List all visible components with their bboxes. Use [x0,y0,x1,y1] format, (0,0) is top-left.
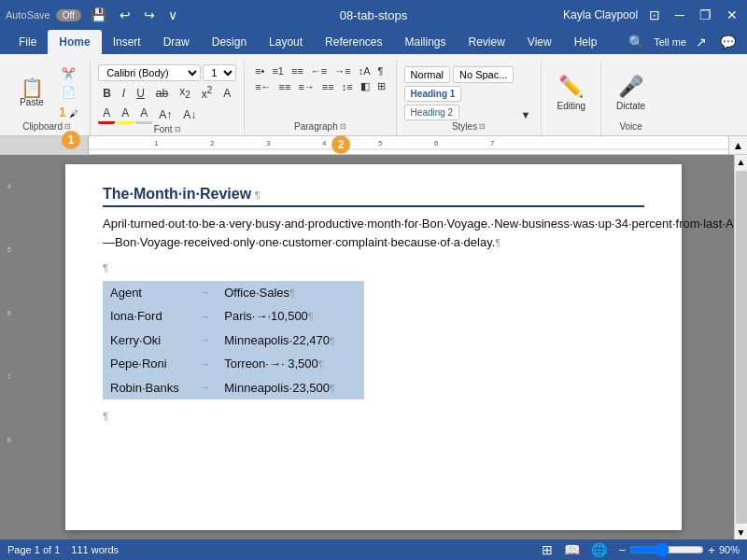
tab-draw[interactable]: Draw [152,30,201,54]
decrease-font-button[interactable]: A↓ [178,106,201,123]
tab-design[interactable]: Design [201,30,258,54]
font-row-2: B I U ab x2 x2 A [98,83,236,103]
tab-home[interactable]: Home [48,30,101,54]
vertical-scrollbar[interactable]: ▲ ▼ [734,155,747,539]
align-right-button[interactable]: ≡→ [295,79,317,93]
editing-button[interactable]: ✏️ Editing [549,71,593,115]
share-button[interactable]: ↗ [692,33,711,51]
doc-title-container: The·Month·in·Review ¶ [103,183,644,207]
clipboard-sub-buttons: ✂️ 📄 1 🖌 [54,65,82,121]
show-marks-button[interactable]: ¶ [375,64,387,77]
layout-view-button[interactable]: ⊞ [542,542,553,557]
autosave-label: AutoSave [6,9,50,21]
tab-layout[interactable]: Layout [258,30,314,54]
table-row-1: Iona·Ford → Paris·→·10,500¶ [103,304,364,329]
italic-button[interactable]: I [118,85,130,102]
bullets-button[interactable]: ≡• [252,64,267,77]
font-row-1: Calibri (Body) 11 [98,64,236,81]
tab-references[interactable]: References [314,30,393,54]
tab-view[interactable]: View [516,30,563,54]
font-group-content: Calibri (Body) 11 B I U ab x2 x2 A [98,61,236,124]
ruler-label-4: 4 [322,139,326,147]
clear-formatting-button[interactable]: A [218,85,235,102]
align-center-button[interactable]: ≡≡ [276,79,294,93]
font-group: Calibri (Body) 11 B I U ab x2 x2 A [91,61,245,135]
paste-button[interactable]: 📋 Paste [11,77,52,109]
font-section: Calibri (Body) 11 B I U ab x2 x2 A [98,64,236,124]
shading-button[interactable]: ◧ [358,79,373,93]
style-normal[interactable]: Normal [404,66,450,83]
scroll-thumb[interactable] [736,171,747,524]
autosave-toggle[interactable]: Off [56,9,81,21]
sort-button[interactable]: ↕A [356,64,374,77]
font-row-3: A A A A↑ A↓ [98,105,236,124]
table-row-header: Agent → Office·Sales¶ [103,281,364,305]
search-button[interactable]: 🔍 [625,33,648,51]
underline-button[interactable]: U [132,85,149,102]
ribbon-tab-bar: File Home Insert Draw Design Layout Refe… [0,30,747,54]
increase-indent-button[interactable]: →≡ [331,64,353,77]
tab-review[interactable]: Review [458,30,516,54]
scroll-down-button[interactable]: ▼ [735,525,747,539]
strikethrough-button[interactable]: ab [151,85,173,102]
clipboard-group: 📋 Paste ✂️ 📄 1 🖌 Clipboard ⊡ [4,61,91,135]
decrease-indent-button[interactable]: ←≡ [308,64,330,77]
scroll-up-button[interactable]: ▲ [735,155,747,169]
close-button[interactable]: ✕ [723,6,741,24]
shade-button[interactable]: A [135,105,152,124]
tab-help[interactable]: Help [563,30,609,54]
restore-button[interactable]: ❐ [696,6,715,24]
ruler-row: 1 1 2 3 4 5 6 7 2 ▲ [0,136,747,155]
styles-expand-icon[interactable]: ⊡ [479,122,486,131]
marker-1: 1 [62,131,80,149]
paragraph-expand-icon[interactable]: ⊡ [340,122,346,131]
style-heading1[interactable]: Heading 1 [404,86,462,102]
highlight-button[interactable]: A [117,105,134,124]
editing-group: ✏️ Editing Voice [542,61,601,135]
save-button[interactable]: 💾 [87,6,110,24]
dictate-button[interactable]: 🎤 Dictate [609,71,653,115]
subscript-button[interactable]: x2 [175,83,195,102]
minimize-button[interactable]: ─ [671,6,688,24]
zoom-level: 90% [719,544,740,555]
zoom-in-button[interactable]: + [708,543,715,557]
bold-button[interactable]: B [98,85,116,102]
editing-group-content: ✏️ Editing [549,61,593,121]
cut-button[interactable]: ✂️ [54,65,82,82]
borders-button[interactable]: ⊞ [374,79,388,93]
style-heading2[interactable]: Heading 2 [404,105,460,120]
more-quick-access-button[interactable]: ∨ [164,6,181,24]
row4-col2: Minneapolis·23,500¶ [217,376,364,400]
ruler-collapse-button[interactable]: ▲ [728,136,747,154]
ribbon-display-button[interactable]: ⊡ [645,6,664,24]
align-justify-button[interactable]: ≡≡ [319,79,337,93]
styles-more-button[interactable]: ▼ [518,108,534,121]
multilevel-button[interactable]: ≡≡ [289,64,306,77]
increase-font-button[interactable]: A↑ [154,106,176,123]
document-scroll-area[interactable]: The·Month·in·Review ¶ April·turned·out·t… [13,155,734,539]
font-name-select[interactable]: Calibri (Body) [98,64,201,81]
superscript-button[interactable]: x2 [197,83,218,103]
copy-button[interactable]: 📄 [54,84,82,101]
comment-button[interactable]: 💬 [716,33,740,51]
line-spacing-button[interactable]: ↕≡ [339,79,356,93]
web-view-button[interactable]: 🌐 [591,542,607,557]
align-left-button[interactable]: ≡← [252,79,274,93]
undo-button[interactable]: ↩ [116,6,134,24]
tab-mailings[interactable]: Mailings [393,30,457,54]
style-no-spacing[interactable]: No Spac... [453,66,514,83]
read-view-button[interactable]: 📖 [564,542,580,557]
numbering-button[interactable]: ≡1 [269,64,287,77]
zoom-slider[interactable] [629,542,704,557]
row1-col1: Iona·Ford [103,304,196,329]
redo-button[interactable]: ↪ [140,6,159,24]
zoom-out-button[interactable]: − [618,543,626,557]
row1-col2: Paris·→·10,500¶ [217,304,364,329]
font-expand-icon[interactable]: ⊡ [175,125,181,133]
font-color-button[interactable]: A [98,105,115,124]
font-size-select[interactable]: 11 [203,64,236,81]
tab-insert[interactable]: Insert [102,30,152,54]
clipboard-expand-icon[interactable]: ⊡ [64,122,71,131]
format-painter-button[interactable]: 1 🖌 [54,103,82,121]
tab-file[interactable]: File [7,30,48,54]
